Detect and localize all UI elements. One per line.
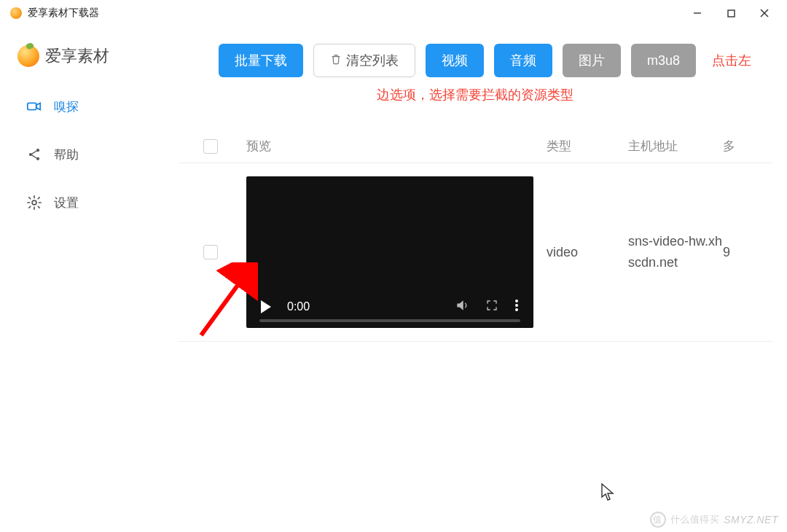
row-checkbox[interactable] xyxy=(203,245,218,259)
app-icon xyxy=(10,7,22,19)
video-time: 0:00 xyxy=(287,300,310,313)
brand-label: 爱享素材 xyxy=(45,45,109,67)
sidebar-item-label: 嗅探 xyxy=(54,98,79,115)
maximize-button[interactable] xyxy=(714,1,748,25)
sidebar: 爱享素材 嗅探 帮助 设置 xyxy=(0,26,163,532)
clear-list-label: 清空列表 xyxy=(346,52,399,69)
sidebar-item-settings[interactable]: 设置 xyxy=(0,182,163,223)
sidebar-item-label: 设置 xyxy=(54,195,79,211)
sidebar-item-help[interactable]: 帮助 xyxy=(0,134,163,175)
more-icon[interactable] xyxy=(514,299,519,315)
hint-text-part1: 点击左 xyxy=(712,52,751,69)
svg-rect-1 xyxy=(728,10,735,17)
play-icon[interactable] xyxy=(261,300,271,313)
main-panel: 批量下载 清空列表 视频 音频 图片 m3u8 点击左 边选项，选择需要拦截的资… xyxy=(163,26,787,532)
brand-icon xyxy=(17,45,39,67)
svg-line-8 xyxy=(32,151,37,154)
close-button[interactable] xyxy=(748,1,781,25)
select-all-checkbox[interactable] xyxy=(203,139,218,154)
toolbar: 批量下载 清空列表 视频 音频 图片 m3u8 点击左 xyxy=(178,44,772,77)
cell-type: video xyxy=(547,245,628,260)
resource-table: 预览 类型 主机地址 多 0:00 xyxy=(178,130,772,342)
table-row: 0:00 xyxy=(178,163,772,342)
svg-point-10 xyxy=(32,200,36,205)
cell-host: sns-video-hw.xhscdn.net xyxy=(628,231,723,273)
sidebar-item-sniff[interactable]: 嗅探 xyxy=(0,86,163,127)
watermark-cn: 什么值得买 xyxy=(670,513,720,526)
col-header-preview: 预览 xyxy=(243,138,547,154)
batch-download-button[interactable]: 批量下载 xyxy=(219,44,303,77)
watermark-en: SMYZ.NET xyxy=(724,514,778,525)
cursor-icon xyxy=(600,482,615,501)
trash-icon xyxy=(330,53,342,69)
audio-filter-button[interactable]: 音频 xyxy=(494,44,552,77)
gear-icon xyxy=(26,195,42,211)
share-icon xyxy=(26,146,42,163)
fullscreen-icon[interactable] xyxy=(485,299,498,315)
clear-list-button[interactable]: 清空列表 xyxy=(313,44,415,77)
watermark-badge: 值 xyxy=(650,512,666,528)
svg-point-13 xyxy=(515,308,518,311)
watermark: 值 什么值得买 SMYZ.NET xyxy=(650,512,778,528)
col-header-more: 多 xyxy=(723,138,752,154)
window-controls xyxy=(681,1,781,25)
cell-more: 9 xyxy=(723,245,752,260)
col-header-host: 主机地址 xyxy=(628,138,723,154)
video-progress[interactable] xyxy=(259,319,520,322)
brand: 爱享素材 xyxy=(0,41,163,86)
m3u8-filter-button[interactable]: m3u8 xyxy=(631,44,696,77)
titlebar: 爱享素材下载器 xyxy=(0,0,787,26)
sidebar-item-label: 帮助 xyxy=(54,146,79,163)
video-preview[interactable]: 0:00 xyxy=(246,176,533,328)
svg-point-12 xyxy=(515,304,518,307)
mute-icon[interactable] xyxy=(455,298,469,316)
table-header: 预览 类型 主机地址 多 xyxy=(178,130,772,163)
svg-point-11 xyxy=(515,300,518,302)
hint-text-part2: 边选项，选择需要拦截的资源类型 xyxy=(178,86,772,103)
video-cam-icon xyxy=(26,98,42,114)
svg-rect-4 xyxy=(28,103,36,109)
video-filter-button[interactable]: 视频 xyxy=(426,44,484,77)
minimize-button[interactable] xyxy=(681,1,714,25)
svg-line-9 xyxy=(32,155,37,158)
image-filter-button[interactable]: 图片 xyxy=(563,44,621,77)
col-header-type: 类型 xyxy=(547,138,628,154)
app-title: 爱享素材下载器 xyxy=(28,7,681,20)
